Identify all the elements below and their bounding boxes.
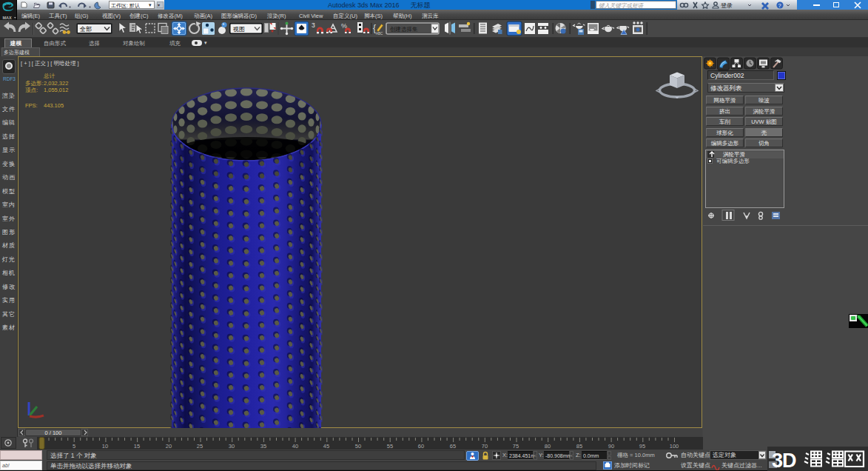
- svg-text:全部: 全部: [80, 26, 92, 33]
- svg-text:创建选择集: 创建选择集: [390, 26, 418, 33]
- svg-text:登录: 登录: [721, 2, 733, 9]
- svg-text:20: 20: [166, 443, 172, 450]
- svg-text:60: 60: [418, 443, 424, 450]
- svg-text:85: 85: [576, 443, 582, 450]
- svg-text:25: 25: [197, 443, 203, 450]
- svg-text:80: 80: [545, 443, 551, 450]
- svg-text:45: 45: [323, 443, 329, 450]
- svg-text:视图: 视图: [232, 26, 245, 33]
- svg-text:ABC: ABC: [376, 32, 383, 36]
- svg-text:30: 30: [229, 443, 235, 450]
- svg-text:MAX: MAX: [3, 16, 13, 20]
- svg-text:3: 3: [312, 21, 315, 29]
- svg-text:5: 5: [73, 443, 75, 450]
- svg-text:90: 90: [608, 443, 614, 450]
- svg-text:35: 35: [260, 443, 266, 450]
- svg-text:95: 95: [639, 443, 645, 450]
- svg-text:100: 100: [670, 443, 679, 450]
- svg-text:?: ?: [778, 2, 781, 9]
- svg-text:65: 65: [450, 443, 456, 450]
- svg-text:40: 40: [292, 443, 298, 450]
- svg-text:55: 55: [387, 443, 393, 450]
- svg-text:3D: 3D: [772, 450, 796, 471]
- svg-text:10: 10: [102, 443, 108, 450]
- svg-text:15: 15: [134, 443, 140, 450]
- svg-text:70: 70: [482, 443, 488, 450]
- svg-text:75: 75: [513, 443, 519, 450]
- svg-text:50: 50: [355, 443, 361, 450]
